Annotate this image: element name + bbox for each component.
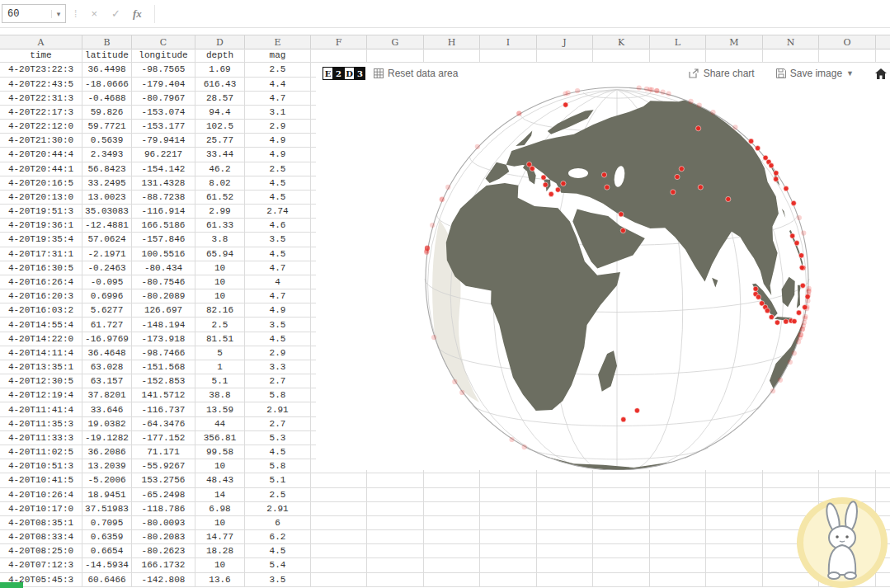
cell[interactable]: 2.7 [245, 374, 311, 388]
cell[interactable]: 4.5 [245, 332, 311, 346]
cell[interactable]: 61.52 [195, 191, 245, 205]
cell[interactable]: 5.8 [245, 388, 311, 402]
cell[interactable]: -2.1971 [82, 247, 132, 261]
cell[interactable] [367, 488, 424, 502]
cell[interactable] [876, 516, 890, 530]
cancel-entry-button[interactable]: × [83, 5, 105, 23]
column-header-C[interactable]: C [132, 35, 195, 49]
column-header-E[interactable]: E [245, 35, 311, 49]
cell[interactable]: 153.2756 [132, 473, 195, 487]
cell[interactable]: 3.8 [195, 233, 245, 247]
name-box-dropdown-icon[interactable]: ▾ [51, 10, 65, 18]
cell[interactable]: -19.1282 [82, 431, 132, 445]
column-header-F[interactable]: F [311, 35, 367, 49]
cell[interactable] [706, 558, 763, 572]
cell[interactable] [593, 488, 650, 502]
cell[interactable]: -173.918 [132, 332, 195, 346]
cell[interactable]: -179.404 [132, 78, 195, 92]
cell[interactable] [311, 544, 367, 558]
cell[interactable]: 4-20T10:41:5 [0, 473, 82, 487]
cell[interactable]: 61.727 [82, 318, 132, 332]
cell[interactable]: 2.3493 [82, 148, 132, 162]
cell[interactable]: 57.0624 [82, 233, 132, 247]
cell[interactable]: -18.0666 [82, 78, 132, 92]
cell[interactable]: 65.94 [195, 247, 245, 261]
cell[interactable] [480, 502, 537, 516]
cell[interactable] [537, 573, 593, 587]
column-header-H[interactable]: H [424, 35, 480, 49]
cell[interactable]: 4-20T16:03:2 [0, 303, 82, 318]
cell[interactable] [650, 544, 706, 558]
cell[interactable]: -80.7967 [132, 92, 195, 106]
cell[interactable]: 63.157 [82, 374, 132, 388]
cell[interactable]: 102.5 [195, 120, 245, 134]
cell[interactable]: 4.5 [245, 247, 311, 261]
cell[interactable]: 2.74 [245, 205, 311, 219]
cell[interactable]: 4.4 [245, 78, 311, 92]
cell[interactable]: 4.7 [245, 261, 311, 275]
cell[interactable]: 96.2217 [132, 148, 195, 162]
cell[interactable] [763, 573, 819, 587]
cell[interactable] [424, 473, 480, 487]
cell[interactable]: 5.1 [245, 473, 311, 487]
cell[interactable] [819, 49, 876, 63]
cell[interactable] [706, 502, 763, 516]
column-header-L[interactable]: L [650, 35, 706, 49]
cell[interactable]: 4-20T17:31:1 [0, 247, 82, 261]
cell[interactable]: 166.1732 [132, 558, 195, 572]
cell[interactable]: -65.2498 [132, 488, 195, 502]
cell[interactable] [706, 49, 763, 63]
column-header-J[interactable]: J [537, 35, 593, 49]
cell[interactable] [876, 530, 890, 544]
cell[interactable] [367, 502, 424, 516]
insert-function-button[interactable]: fx [126, 5, 148, 23]
cell[interactable]: 4-20T22:31:3 [0, 92, 82, 106]
cell[interactable]: 4-20T12:30:5 [0, 374, 82, 388]
cell[interactable]: 10 [195, 261, 245, 275]
cell[interactable]: -116.737 [132, 402, 195, 416]
cell[interactable] [819, 502, 876, 516]
cell[interactable] [763, 502, 819, 516]
share-chart-button[interactable]: Share chart [689, 68, 755, 79]
cell[interactable]: 81.51 [195, 332, 245, 346]
cell[interactable] [763, 530, 819, 544]
cell[interactable]: time [0, 49, 82, 63]
cell[interactable]: 2.91 [245, 402, 311, 416]
cell[interactable] [763, 558, 819, 572]
cell[interactable]: 4-20T16:20:3 [0, 289, 82, 303]
cell[interactable]: 18.9451 [82, 488, 132, 502]
cell[interactable] [876, 544, 890, 558]
cell[interactable]: 10 [195, 516, 245, 530]
cell[interactable] [593, 516, 650, 530]
column-header[interactable] [876, 35, 890, 49]
cell[interactable]: 4-20T08:33:4 [0, 530, 82, 544]
cell[interactable]: 3.5 [245, 318, 311, 332]
cell[interactable]: 126.697 [132, 303, 195, 318]
cell[interactable]: -16.9769 [82, 332, 132, 346]
cell[interactable] [650, 488, 706, 502]
cell[interactable]: 4-20T19:51:3 [0, 205, 82, 219]
cell[interactable] [763, 473, 819, 487]
name-box[interactable]: 60 ▾ [2, 4, 66, 23]
e2d3-logo[interactable]: E 2 D 3 [323, 67, 365, 80]
cell[interactable] [876, 488, 890, 502]
cell[interactable] [763, 516, 819, 530]
cell[interactable]: -118.786 [132, 502, 195, 516]
cell[interactable]: 25.77 [195, 134, 245, 148]
cell[interactable]: 4-20T14:55:4 [0, 318, 82, 332]
cell[interactable]: 1.69 [195, 63, 245, 77]
cell[interactable]: 36.4498 [82, 63, 132, 77]
column-header-M[interactable]: M [706, 35, 763, 49]
cell[interactable]: 13.6 [195, 573, 245, 587]
cell[interactable] [311, 488, 367, 502]
confirm-entry-button[interactable]: ✓ [105, 5, 126, 23]
cell[interactable]: 3.3 [245, 360, 311, 374]
cell[interactable] [537, 516, 593, 530]
cell[interactable]: 0.6996 [82, 289, 132, 303]
cell[interactable]: 56.8423 [82, 162, 132, 176]
cell[interactable]: 35.03083 [82, 205, 132, 219]
cell[interactable]: 2.7 [245, 417, 311, 431]
cell[interactable]: 10 [195, 275, 245, 289]
cell[interactable] [650, 530, 706, 544]
cell[interactable]: 2.99 [195, 205, 245, 219]
